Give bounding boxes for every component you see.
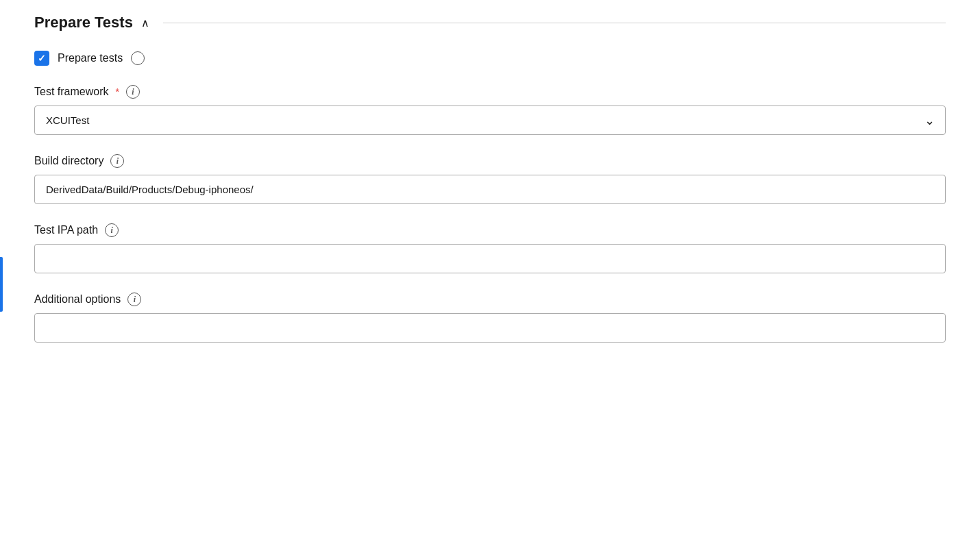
build-directory-field-group: Build directory i [34, 154, 946, 204]
checkbox-check-icon: ✓ [38, 53, 46, 63]
test-ipa-path-info-icon[interactable]: i [105, 223, 119, 237]
prepare-tests-info-icon[interactable] [131, 51, 145, 65]
test-framework-select[interactable]: XCUITest Other [34, 106, 946, 135]
test-framework-info-icon[interactable]: i [126, 85, 140, 99]
test-ipa-path-label: Test IPA path [34, 224, 98, 236]
additional-options-field-group: Additional options i [34, 293, 946, 343]
build-directory-input[interactable] [34, 175, 946, 204]
additional-options-label-row: Additional options i [34, 293, 946, 306]
test-framework-label-row: Test framework * i [34, 85, 946, 99]
prepare-tests-label: Prepare tests [58, 52, 123, 64]
prepare-tests-row: ✓ Prepare tests [34, 51, 946, 66]
additional-options-info-icon[interactable]: i [127, 293, 141, 306]
test-framework-required-star: * [115, 86, 119, 97]
test-ipa-path-input[interactable] [34, 244, 946, 273]
additional-options-input[interactable] [34, 313, 946, 343]
build-directory-label-row: Build directory i [34, 154, 946, 168]
collapse-icon[interactable]: ∧ [141, 16, 149, 29]
prepare-tests-checkbox[interactable]: ✓ [34, 51, 49, 66]
section-header: Prepare Tests ∧ [34, 14, 946, 32]
section-divider [163, 23, 946, 23]
test-ipa-path-field-group: Test IPA path i [34, 223, 946, 273]
test-ipa-path-label-row: Test IPA path i [34, 223, 946, 237]
test-framework-select-wrapper: XCUITest Other ⌄ [34, 106, 946, 135]
build-directory-label: Build directory [34, 155, 103, 167]
additional-options-label: Additional options [34, 293, 121, 306]
test-framework-label: Test framework [34, 86, 108, 98]
section-title: Prepare Tests [34, 14, 133, 32]
build-directory-info-icon[interactable]: i [110, 154, 124, 168]
page-container: Prepare Tests ∧ ✓ Prepare tests Test fra… [0, 0, 980, 533]
test-framework-field-group: Test framework * i XCUITest Other ⌄ [34, 85, 946, 135]
left-accent-border [0, 257, 3, 312]
